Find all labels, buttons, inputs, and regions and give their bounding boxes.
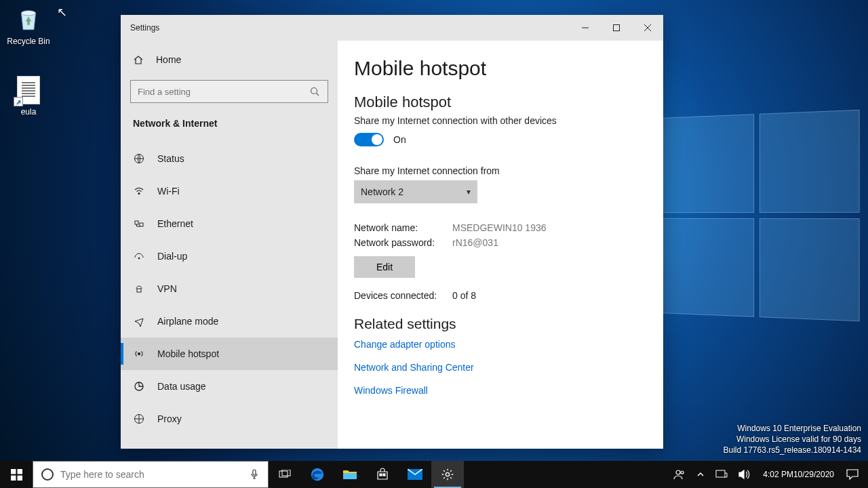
text-file-icon: ↗	[17, 76, 40, 104]
sidebar-item-label: Status	[157, 153, 184, 164]
windows-watermark: Windows 10 Enterprise Evaluation Windows…	[724, 423, 862, 455]
settings-window: Settings Home Network & Internet Status	[121, 15, 663, 449]
settings-sidebar: Home Network & Internet Status Wi-Fi	[121, 41, 338, 449]
sidebar-item-proxy[interactable]: Proxy	[121, 403, 338, 435]
sidebar-item-label: Data usage	[157, 381, 206, 392]
svg-rect-22	[282, 470, 290, 476]
settings-search-input[interactable]	[138, 87, 310, 97]
sidebar-item-label: Mobile hotspot	[157, 348, 219, 359]
sidebar-item-wifi[interactable]: Wi-Fi	[121, 175, 338, 207]
sidebar-item-label: Dial-up	[157, 251, 187, 262]
share-from-dropdown[interactable]: Network 2 ▾	[354, 180, 477, 203]
tray-time: 4:02 PM	[763, 470, 793, 479]
svg-rect-18	[11, 475, 16, 480]
sidebar-item-hotspot[interactable]: Mobile hotspot	[121, 338, 338, 370]
taskbar-file-explorer[interactable]	[334, 461, 366, 488]
svg-rect-9	[135, 221, 138, 224]
hotspot-description: Share my Internet connection with other …	[354, 115, 647, 126]
svg-rect-19	[17, 475, 22, 480]
sidebar-item-label: Wi-Fi	[157, 186, 180, 197]
svg-point-11	[138, 258, 140, 259]
taskbar-edge[interactable]	[301, 461, 334, 488]
svg-point-28	[676, 470, 680, 474]
tray-volume-icon[interactable]	[733, 461, 756, 488]
chevron-down-icon: ▾	[467, 187, 471, 197]
related-settings-title: Related settings	[354, 316, 647, 332]
tray-clock[interactable]: 4:02 PM 10/29/2020	[756, 461, 841, 488]
watermark-line: Build 17763.rs5_release.180914-1434	[724, 445, 862, 455]
settings-content: Mobile hotspot Mobile hotspot Share my I…	[338, 41, 663, 449]
sidebar-item-dialup[interactable]: Dial-up	[121, 240, 338, 272]
wifi-icon	[133, 186, 145, 197]
link-network-sharing-center[interactable]: Network and Sharing Center	[354, 362, 647, 373]
desktop-icon-label: eula	[21, 107, 37, 117]
minimize-button[interactable]	[570, 15, 601, 41]
share-from-value: Network 2	[361, 186, 403, 197]
watermark-line: Windows License valid for 90 days	[724, 434, 862, 445]
taskbar-search[interactable]	[33, 461, 269, 488]
sidebar-home-label: Home	[156, 54, 181, 65]
svg-rect-24	[380, 474, 382, 476]
tray-overflow[interactable]	[691, 461, 710, 488]
maximize-button[interactable]	[601, 15, 632, 41]
svg-point-29	[681, 471, 684, 474]
svg-point-27	[446, 472, 449, 476]
link-windows-firewall[interactable]: Windows Firewall	[354, 385, 647, 396]
hotspot-toggle[interactable]	[354, 133, 384, 146]
tray-network-icon[interactable]	[710, 461, 733, 488]
sidebar-item-vpn[interactable]: VPN	[121, 272, 338, 305]
taskbar: 4:02 PM 10/29/2020	[0, 461, 868, 488]
window-title: Settings	[130, 23, 159, 33]
system-tray: 4:02 PM 10/29/2020	[668, 461, 868, 488]
tray-people[interactable]	[668, 461, 691, 488]
sidebar-item-label: VPN	[157, 283, 177, 294]
sidebar-item-data-usage[interactable]: Data usage	[121, 370, 338, 403]
hotspot-icon	[133, 348, 145, 359]
watermark-line: Windows 10 Enterprise Evaluation	[724, 423, 862, 434]
airplane-icon	[133, 316, 145, 327]
close-button[interactable]	[632, 15, 663, 41]
sidebar-item-airplane[interactable]: Airplane mode	[121, 305, 338, 338]
devices-connected-value: 0 of 8	[452, 290, 476, 301]
taskbar-task-view[interactable]	[269, 461, 301, 488]
mic-icon[interactable]	[250, 469, 260, 480]
home-icon	[133, 54, 145, 65]
tray-action-center[interactable]	[841, 461, 864, 488]
window-titlebar[interactable]: Settings	[121, 15, 663, 41]
sidebar-home[interactable]: Home	[121, 46, 338, 73]
dialup-icon	[133, 251, 145, 262]
section-title-hotspot: Mobile hotspot	[354, 94, 647, 111]
svg-rect-17	[17, 469, 22, 474]
globe-icon	[133, 153, 145, 164]
start-button[interactable]	[0, 461, 33, 488]
sidebar-item-ethernet[interactable]: Ethernet	[121, 207, 338, 240]
network-name-label: Network name:	[354, 222, 452, 233]
svg-rect-2	[614, 25, 620, 31]
settings-search[interactable]	[130, 80, 328, 103]
svg-line-6	[317, 94, 319, 96]
svg-point-0	[22, 11, 36, 16]
sidebar-item-label: Airplane mode	[157, 316, 218, 327]
vpn-icon	[133, 283, 145, 294]
desktop-icon-recycle-bin[interactable]: Recycle Bin	[3, 4, 54, 46]
mouse-cursor: ↖	[57, 5, 67, 20]
taskbar-store[interactable]	[366, 461, 399, 488]
sidebar-item-status[interactable]: Status	[121, 142, 338, 175]
recycle-bin-icon	[14, 4, 43, 34]
cortana-icon	[41, 468, 54, 481]
network-password-label: Network password:	[354, 237, 452, 248]
sidebar-category: Network & Internet	[121, 103, 338, 134]
hotspot-toggle-state: On	[393, 134, 406, 145]
network-name-value: MSEDGEWIN10 1936	[452, 222, 547, 233]
svg-rect-12	[137, 289, 141, 292]
edit-button[interactable]: Edit	[354, 256, 415, 278]
taskbar-settings[interactable]	[431, 461, 464, 488]
desktop-icon-eula[interactable]: ↗ eula	[3, 76, 54, 117]
svg-point-5	[311, 88, 317, 94]
desktop-icon-label: Recycle Bin	[7, 37, 50, 46]
link-adapter-options[interactable]: Change adapter options	[354, 339, 647, 350]
page-title: Mobile hotspot	[354, 57, 647, 80]
shortcut-overlay-icon: ↗	[14, 97, 23, 106]
taskbar-mail[interactable]	[399, 461, 431, 488]
taskbar-search-input[interactable]	[60, 469, 243, 480]
